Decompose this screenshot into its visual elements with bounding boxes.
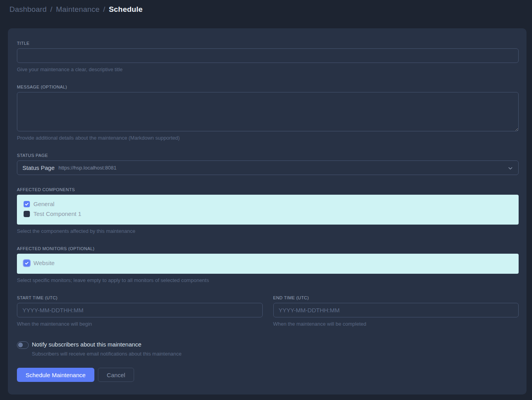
cancel-button[interactable]: Cancel xyxy=(98,368,134,382)
end-time-field-group: End Time (UTC) When the maintenance will… xyxy=(273,295,519,327)
checkbox-general[interactable] xyxy=(24,201,30,207)
message-textarea[interactable] xyxy=(17,92,519,131)
notify-text-block: Notify subscribers about this maintenanc… xyxy=(32,341,182,357)
end-time-input[interactable] xyxy=(273,303,519,317)
component-label-test-component-1: Test Component 1 xyxy=(33,210,81,217)
end-time-label: End Time (UTC) xyxy=(273,295,519,300)
title-label: Title xyxy=(17,41,519,46)
checkbox-test-component-1[interactable] xyxy=(24,211,30,217)
affected-components-box: General Test Component 1 xyxy=(17,195,519,225)
check-icon xyxy=(25,202,29,206)
notify-toggle[interactable] xyxy=(17,341,29,349)
schedule-maintenance-form-card: Title Give your maintenance a clear, des… xyxy=(8,28,526,394)
title-helper: Give your maintenance a clear, descripti… xyxy=(17,66,519,72)
affected-components-helper: Select the components affected by this m… xyxy=(17,228,519,234)
message-label: Message (Optional) xyxy=(17,85,519,89)
time-fields-row: Start Time (UTC) When the maintenance wi… xyxy=(17,295,519,327)
schedule-maintenance-button[interactable]: Schedule Maintenance xyxy=(17,368,94,382)
status-page-select[interactable]: Status Page https://hsp.localhost:8081 xyxy=(17,160,519,175)
title-field-group: Title Give your maintenance a clear, des… xyxy=(17,41,519,72)
end-time-helper: When the maintenance will be completed xyxy=(273,321,519,327)
chevron-down-icon xyxy=(508,166,513,172)
affected-monitors-field-group: Affected Monitors (Optional) Website Sel… xyxy=(17,246,519,283)
breadcrumb-current-schedule: Schedule xyxy=(109,5,143,14)
notify-label[interactable]: Notify subscribers about this maintenanc… xyxy=(32,341,182,348)
start-time-helper: When the maintenance will begin xyxy=(17,321,263,327)
affected-monitors-label: Affected Monitors (Optional) xyxy=(17,246,519,251)
monitor-option-website[interactable]: Website xyxy=(24,260,512,266)
status-page-url: https://hsp.localhost:8081 xyxy=(59,165,116,171)
breadcrumb-dashboard[interactable]: Dashboard xyxy=(9,5,47,14)
affected-monitors-helper: Select specific monitors; leave empty to… xyxy=(17,277,519,283)
component-option-test-component-1[interactable]: Test Component 1 xyxy=(24,210,512,217)
top-bar: Dashboard / Maintenance / Schedule xyxy=(0,0,532,19)
start-time-label: Start Time (UTC) xyxy=(17,295,263,300)
affected-monitors-box: Website xyxy=(17,254,519,274)
breadcrumb: Dashboard / Maintenance / Schedule xyxy=(9,5,143,14)
message-helper: Provide additional details about the mai… xyxy=(17,135,519,141)
affected-components-field-group: Affected Components General Test Compone… xyxy=(17,187,519,234)
breadcrumb-separator: / xyxy=(103,5,105,14)
checkbox-website[interactable] xyxy=(24,260,30,266)
title-input[interactable] xyxy=(17,48,519,63)
status-page-field-group: Status Page Status Page https://hsp.loca… xyxy=(17,153,519,175)
notify-subscribers-row: Notify subscribers about this maintenanc… xyxy=(17,341,519,357)
affected-components-label: Affected Components xyxy=(17,187,519,192)
status-page-selected-value: Status Page xyxy=(22,164,55,171)
toggle-knob xyxy=(18,343,23,347)
component-label-general: General xyxy=(33,201,54,207)
breadcrumb-maintenance[interactable]: Maintenance xyxy=(56,5,99,14)
breadcrumb-separator: / xyxy=(50,5,52,14)
start-time-field-group: Start Time (UTC) When the maintenance wi… xyxy=(17,295,263,327)
message-field-group: Message (Optional) Provide additional de… xyxy=(17,85,519,141)
start-time-input[interactable] xyxy=(17,303,263,317)
check-icon xyxy=(25,261,29,265)
monitor-label-website: Website xyxy=(33,260,55,266)
status-page-label: Status Page xyxy=(17,153,519,158)
notify-helper: Subscribers will receive email notificat… xyxy=(32,351,182,357)
component-option-general[interactable]: General xyxy=(24,201,512,207)
form-actions: Schedule Maintenance Cancel xyxy=(17,368,519,382)
